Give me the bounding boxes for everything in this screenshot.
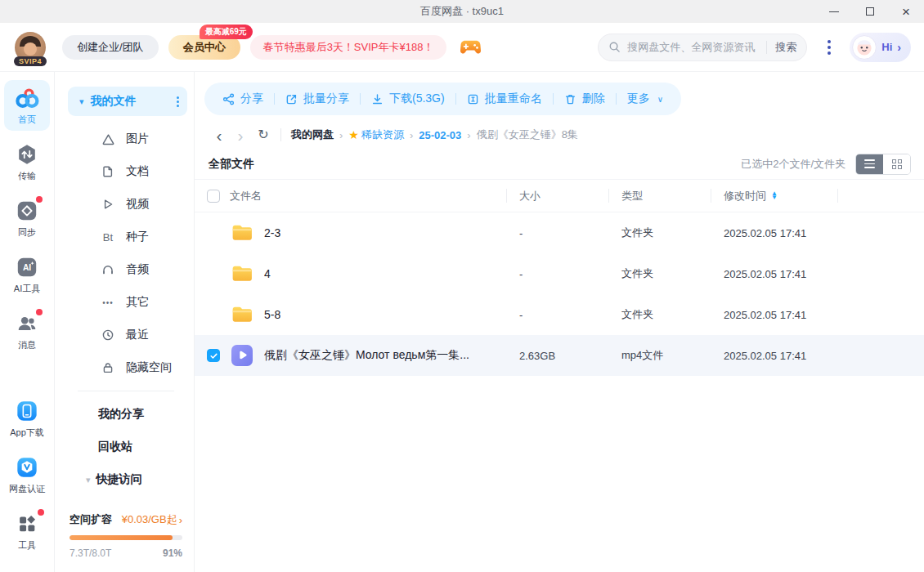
back-button[interactable]: ‹ bbox=[209, 127, 230, 144]
file-type: 文件夹 bbox=[609, 266, 711, 281]
file-type: 文件夹 bbox=[609, 307, 711, 322]
file-size: - bbox=[507, 309, 609, 321]
transfer-icon bbox=[15, 142, 39, 167]
svg-text:AI: AI bbox=[23, 263, 31, 272]
document-icon bbox=[101, 165, 115, 178]
rail-item-sync[interactable]: 同步 bbox=[4, 193, 50, 244]
table-row[interactable]: 5-8 - 文件夹 2025.02.05 17:41 bbox=[195, 294, 924, 335]
rail-item-certification[interactable]: 网盘认证 bbox=[4, 449, 50, 500]
sidebar-item-quick-access[interactable]: ▾ 快捷访问 bbox=[55, 463, 194, 496]
search-input[interactable] bbox=[627, 41, 758, 53]
share-button[interactable]: 分享 bbox=[222, 92, 263, 106]
sidebar-item-videos[interactable]: 视频 bbox=[55, 188, 194, 221]
minimize-button[interactable] bbox=[816, 0, 852, 23]
sidebar-item-recycle-bin[interactable]: 回收站 bbox=[55, 431, 194, 463]
sidebar-item-audio[interactable]: 音频 bbox=[55, 253, 194, 286]
sort-by-time[interactable]: 修改时间 ▲▼ bbox=[711, 180, 838, 212]
table-row-selected[interactable]: 俄剧《女巫之锤》Молот ведьм第一集... 2.63GB mp4文件 2… bbox=[195, 335, 924, 376]
select-all-checkbox[interactable] bbox=[207, 190, 220, 203]
sidebar-item-other[interactable]: ••• 其它 bbox=[55, 286, 194, 319]
main-content: 分享 批量分享 下载(5.3G) 批量重命名 bbox=[195, 72, 924, 572]
table-row[interactable]: 4 - 文件夹 2025.02.05 17:41 bbox=[195, 253, 924, 294]
ellipsis-icon: ••• bbox=[101, 298, 115, 307]
sidebar-item-hidden-space[interactable]: 隐藏空间 bbox=[55, 351, 194, 384]
breadcrumb-item-date[interactable]: 25-02-03 bbox=[419, 129, 461, 141]
storage-upgrade-link[interactable]: ¥0.03/GB起 › bbox=[122, 512, 182, 527]
batch-share-icon bbox=[285, 93, 298, 105]
chevron-down-icon: ∨ bbox=[657, 95, 663, 104]
grid-view-button[interactable] bbox=[883, 154, 910, 174]
more-menu-button[interactable] bbox=[820, 40, 838, 55]
file-name[interactable]: 2-3 bbox=[264, 226, 280, 239]
my-files-menu-icon[interactable] bbox=[177, 96, 179, 107]
search-icon bbox=[608, 41, 621, 53]
rail-item-messages[interactable]: 消息 bbox=[4, 306, 50, 356]
more-actions-button[interactable]: 更多 ∨ bbox=[627, 92, 663, 106]
promo-banner[interactable]: 春节特惠最后3天！SVIP年卡¥188！ bbox=[250, 35, 447, 60]
rail-item-ai-tools[interactable]: AI AI工具 bbox=[4, 249, 50, 300]
check-icon bbox=[209, 351, 218, 360]
sidebar-item-documents[interactable]: 文档 bbox=[55, 155, 194, 188]
chevron-right-icon: › bbox=[179, 514, 182, 526]
rail-item-app-download[interactable]: App下载 bbox=[4, 393, 50, 444]
window-controls: × bbox=[816, 0, 924, 23]
vip-center-button[interactable]: 会员中心 最高减69元 bbox=[168, 35, 240, 60]
sidebar-item-torrents[interactable]: Bt 种子 bbox=[55, 221, 194, 253]
left-rail: 首页 传输 同步 AI AI工具 bbox=[0, 72, 55, 572]
games-button[interactable] bbox=[460, 39, 482, 56]
refresh-button[interactable]: ↻ bbox=[251, 128, 276, 141]
file-name[interactable]: 5-8 bbox=[264, 308, 280, 321]
rail-item-tools[interactable]: 工具 bbox=[4, 506, 50, 556]
app-header: SVIP4 创建企业/团队 会员中心 最高减69元 春节特惠最后3天！SVIP年… bbox=[0, 23, 924, 72]
list-view-button[interactable] bbox=[856, 154, 883, 174]
rail-item-transfer[interactable]: 传输 bbox=[4, 136, 50, 187]
file-time: 2025.02.05 17:41 bbox=[711, 309, 838, 321]
rail-item-home[interactable]: 首页 bbox=[4, 80, 50, 131]
create-team-button[interactable]: 创建企业/团队 bbox=[62, 35, 159, 60]
breadcrumb-separator: › bbox=[410, 129, 413, 141]
file-name[interactable]: 4 bbox=[264, 267, 271, 280]
user-avatar[interactable]: SVIP4 bbox=[15, 32, 46, 63]
notification-dot bbox=[36, 309, 43, 315]
file-name[interactable]: 俄剧《女巫之锤》Молот ведьм第一集... bbox=[264, 348, 469, 363]
search-button[interactable]: 搜索 bbox=[775, 40, 796, 55]
sidebar-item-recent[interactable]: 最近 bbox=[55, 319, 194, 351]
close-button[interactable]: × bbox=[888, 0, 924, 23]
batch-rename-button[interactable]: 批量重命名 bbox=[467, 92, 542, 106]
breadcrumb-current: 俄剧《女巫之锤》8集 bbox=[477, 127, 578, 142]
sidebar: ▾ 我的文件 图片 文档 视频 Bt 种子 bbox=[55, 72, 195, 572]
row-checkbox-checked[interactable] bbox=[207, 349, 220, 362]
breadcrumb-item-starred[interactable]: ★ 稀缺资源 bbox=[348, 127, 404, 142]
batch-share-button[interactable]: 批量分享 bbox=[285, 92, 349, 106]
maximize-button[interactable] bbox=[852, 0, 888, 23]
forward-button[interactable]: › bbox=[230, 127, 251, 144]
svip-badge: SVIP4 bbox=[14, 56, 47, 66]
delete-button[interactable]: 删除 bbox=[564, 92, 605, 106]
breadcrumb-root[interactable]: 我的网盘 bbox=[291, 127, 334, 142]
download-button[interactable]: 下载(5.3G) bbox=[371, 92, 445, 106]
sidebar-item-my-files[interactable]: ▾ 我的文件 bbox=[68, 87, 187, 116]
rename-icon bbox=[467, 93, 479, 105]
view-toggle bbox=[855, 154, 911, 175]
sync-icon bbox=[15, 199, 39, 223]
app-download-icon bbox=[15, 399, 39, 423]
share-icon bbox=[222, 93, 235, 105]
sidebar-item-images[interactable]: 图片 bbox=[55, 123, 194, 155]
folder-icon bbox=[231, 304, 253, 325]
sort-icon: ▲▼ bbox=[771, 192, 778, 199]
bt-icon: Bt bbox=[101, 231, 115, 244]
table-header: 文件名 大小 类型 修改时间 ▲▼ bbox=[195, 180, 924, 212]
table-row[interactable]: 2-3 - 文件夹 2025.02.05 17:41 bbox=[195, 212, 924, 253]
assistant-button[interactable]: Hi › bbox=[850, 33, 911, 62]
storage-usage: 7.3T/8.0T bbox=[70, 547, 111, 559]
ai-tools-icon: AI bbox=[15, 255, 39, 279]
lock-icon bbox=[101, 361, 115, 374]
caret-down-icon: ▾ bbox=[79, 96, 84, 107]
headphones-icon bbox=[101, 263, 115, 276]
file-time: 2025.02.05 17:41 bbox=[711, 268, 838, 280]
action-toolbar: 分享 批量分享 下载(5.3G) 批量重命名 bbox=[204, 83, 681, 115]
file-type: 文件夹 bbox=[609, 226, 711, 240]
file-type: mp4文件 bbox=[609, 348, 711, 363]
folder-icon bbox=[231, 222, 253, 244]
sidebar-item-my-shares[interactable]: 我的分享 bbox=[55, 398, 194, 431]
